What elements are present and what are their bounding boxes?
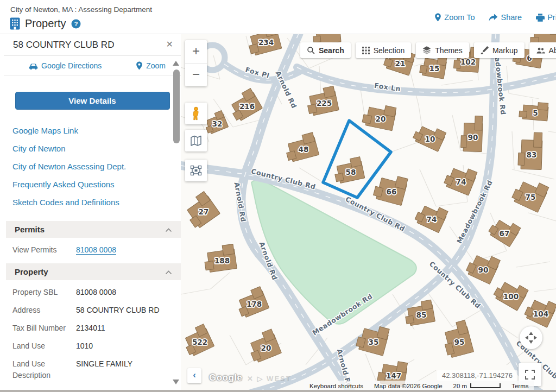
basemap-icon[interactable] — [185, 130, 207, 151]
map-tool-markup[interactable]: Markup — [474, 42, 525, 58]
quick-action-google-directions[interactable]: Google Directions — [29, 61, 102, 70]
close-icon[interactable]: ✕ — [166, 39, 173, 49]
scrollbar-thumb[interactable] — [173, 69, 180, 143]
share-icon — [489, 14, 498, 22]
parcel-number-label: 100 — [503, 292, 519, 301]
collapse-panel-button[interactable]: ‹ — [187, 368, 201, 383]
sidebar-link-city-of-newton-assessing-dept-[interactable]: City of Newton Assessing Dept. — [4, 157, 181, 175]
row-value: 1010 — [76, 340, 93, 352]
app-window: City of Newton, MA : Assessing Departmen… — [0, 0, 556, 392]
row-label: View Permits — [12, 244, 76, 256]
scroll-up-arrow-icon[interactable] — [173, 61, 179, 66]
building-icon — [10, 17, 20, 30]
zoom-out-button[interactable]: − — [185, 64, 207, 86]
pan-up-icon — [529, 330, 533, 335]
table-row: Tax Bill Number2134011 — [4, 319, 181, 337]
row-label: Address — [12, 305, 76, 316]
zoom-in-button[interactable]: + — [185, 40, 207, 64]
pan-right-icon — [534, 336, 539, 340]
pan-control[interactable] — [520, 326, 542, 349]
keyboard-shortcuts-link[interactable]: Keyboard shortcuts — [309, 383, 363, 389]
parcel-number-label: 147 — [386, 371, 401, 380]
map-tool-abutters[interactable]: Abutters — [529, 42, 556, 58]
pin-icon — [434, 13, 441, 22]
panel-title: 58 COUNTRY CLUB RD — [13, 40, 114, 50]
parcel-number-label: 90 — [478, 265, 489, 274]
header-action-label: Zoom To — [444, 13, 475, 22]
page-title: Property — [25, 17, 66, 30]
map-tool-label: Search — [319, 46, 344, 55]
scroll-down-arrow-icon[interactable] — [173, 380, 179, 384]
map-scale: 20 m — [453, 383, 501, 389]
parcel-number-label: 234 — [258, 38, 274, 47]
parcel-number-label: 74 — [456, 178, 466, 186]
map-tool-label: Abutters — [549, 46, 556, 55]
parcel-number-label: 225 — [317, 99, 332, 108]
view-details-button[interactable]: View Details — [15, 92, 170, 110]
map-canvas[interactable]: Fox PlArnold RdFox LnMeadowbrook RdCount… — [181, 34, 556, 392]
zoom-control: + − — [185, 40, 207, 86]
header-action-share[interactable]: Share — [489, 13, 522, 22]
map-svg: Fox PlArnold RdFox LnMeadowbrook RdCount… — [181, 34, 556, 392]
search-icon — [307, 46, 315, 54]
pegman-button[interactable] — [185, 103, 207, 124]
help-icon[interactable]: ? — [71, 19, 81, 29]
panel-sections: PermitsView Permits81008 0008PropertyPro… — [4, 221, 181, 392]
sidebar-link-city-of-newton[interactable]: City of Newton — [4, 140, 181, 157]
layers-icon — [422, 46, 431, 54]
parcel-number-label: 15 — [429, 64, 440, 73]
header-action-print[interactable]: Print — [536, 13, 556, 22]
parcel-number-label: 75 — [526, 193, 536, 201]
sidebar-link-frequently-asked-questions[interactable]: Frequently Asked Questions — [4, 175, 181, 193]
section-title: Permits — [15, 225, 165, 234]
parcel-number-label: 67 — [500, 229, 510, 238]
map-tool-label: Themes — [435, 46, 463, 55]
sidebar-link-sketch-codes-and-definitions[interactable]: Sketch Codes and Definitions — [4, 193, 181, 211]
quick-action-zoom[interactable]: Zoom — [136, 61, 166, 70]
parcel-number-label: 27 — [199, 207, 209, 216]
parcel-number-label: 48 — [299, 145, 309, 154]
car-icon — [29, 62, 38, 69]
section-header-permits[interactable]: Permits — [6, 221, 181, 238]
section-title: Property — [15, 267, 165, 276]
panel-links: Google Maps LinkCity of NewtonCity of Ne… — [4, 122, 181, 211]
parcel-number-label: 102 — [460, 58, 476, 66]
parcel-number-label: 5 — [533, 109, 538, 117]
map-watermark: ✕ ▷ WEST — [247, 375, 292, 383]
map-data-credit: Map data ©2026 Google — [374, 383, 442, 389]
pan-left-icon — [523, 336, 528, 340]
parcel-number-label: 95 — [454, 338, 465, 346]
terms-link[interactable]: Terms — [511, 383, 528, 389]
quick-action-label: Zoom — [146, 61, 166, 70]
chevron-up-icon — [165, 225, 172, 235]
app-title: City of Newton, MA : Assessing Departmen… — [10, 5, 152, 14]
parcel-number-label: 178 — [247, 300, 262, 308]
row-label: Land Use Description — [12, 358, 76, 381]
map-toolbar: SearchSelectionThemesMarkupAbutters — [300, 42, 556, 58]
window-bottom-edge — [0, 390, 556, 392]
table-row: Property SBL81008 0008 — [4, 283, 181, 301]
table-row: Land Use DescriptionSINGLE FAMILY — [4, 355, 181, 384]
map-tool-label: Markup — [492, 46, 518, 55]
parcel-number-label: 188 — [214, 256, 230, 265]
parcel-number-label: 85 — [416, 311, 427, 319]
table-row: View Permits81008 0008 — [4, 241, 181, 259]
parcel-number-label: 20 — [376, 115, 386, 123]
people-icon — [536, 47, 545, 54]
map-tool-themes[interactable]: Themes — [416, 42, 469, 58]
parcel-number-label: 35 — [369, 338, 379, 346]
quick-action-label: Google Directions — [41, 61, 102, 70]
parcel-number-label: 58 — [346, 168, 356, 176]
header-action-zoom-to[interactable]: Zoom To — [434, 13, 475, 22]
row-label: Property SBL — [12, 287, 76, 298]
section-header-property[interactable]: Property — [6, 263, 181, 280]
sidebar-link-google-maps-link[interactable]: Google Maps Link — [4, 122, 181, 140]
google-logo: Google — [209, 372, 243, 383]
export-frame-icon[interactable] — [185, 160, 207, 181]
parcel-number-label: 104 — [533, 309, 548, 318]
map-tool-selection[interactable]: Selection — [356, 42, 412, 58]
property-panel: 58 COUNTRY CLUB RD ✕ Google DirectionsZo… — [4, 34, 181, 390]
map-tool-label: Selection — [374, 46, 405, 55]
map-tool-search[interactable]: Search — [300, 42, 351, 58]
row-value-link[interactable]: 81008 0008 — [76, 244, 116, 256]
